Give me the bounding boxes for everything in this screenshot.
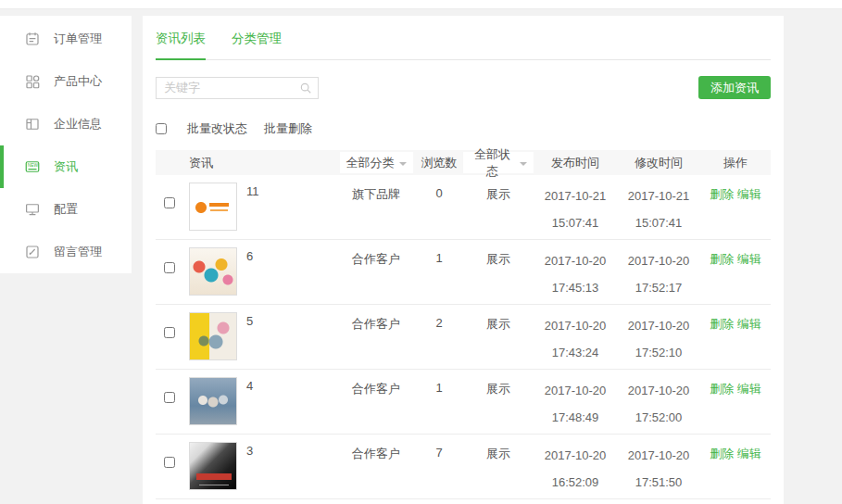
- news-category: 旗下品牌: [337, 183, 415, 203]
- publish-time: 2017-10-2115:07:41: [534, 183, 617, 236]
- chevron-down-icon: [399, 162, 407, 166]
- modify-time: 2017-10-2115:07:41: [617, 183, 700, 236]
- add-news-button[interactable]: 添加资讯: [698, 76, 771, 99]
- publish-time: 2017-10-2017:43:24: [534, 312, 617, 366]
- news-thumbnail: [189, 377, 237, 425]
- news-status: 展示: [463, 247, 534, 268]
- message-icon: [24, 244, 41, 260]
- select-all-checkbox[interactable]: [156, 123, 167, 134]
- news-status: 展示: [463, 183, 534, 203]
- search-icon[interactable]: [299, 82, 312, 94]
- delete-link[interactable]: 删除: [710, 317, 734, 331]
- news-status: 展示: [463, 312, 534, 333]
- main-panel: 资讯列表 分类管理 添加资讯 批量改状态 批量删除 资讯 全部分类: [143, 16, 784, 504]
- publish-time: 2017-10-2016:52:09: [534, 442, 617, 496]
- edit-link[interactable]: 编辑: [737, 382, 761, 396]
- news-title: 11: [246, 184, 259, 198]
- header-views: 浏览数: [415, 155, 463, 171]
- config-icon: [24, 201, 41, 218]
- sidebar-item-enterprise-info[interactable]: 企业信息: [0, 103, 132, 145]
- category-filter-dropdown[interactable]: 全部分类: [340, 152, 413, 173]
- sidebar-item-product-center[interactable]: 产品中心: [0, 60, 132, 103]
- news-table: 资讯 全部分类 浏览数 全部状态 发布时间 修改时间 操作: [156, 150, 771, 499]
- header-action: 操作: [700, 155, 771, 171]
- news-title: 4: [246, 379, 253, 393]
- toolbar: 添加资讯: [156, 76, 771, 99]
- news-views: 0: [415, 183, 463, 200]
- chevron-down-icon: [520, 162, 527, 166]
- sidebar-item-label: 企业信息: [54, 116, 102, 132]
- news-status: 展示: [463, 442, 534, 462]
- edit-link[interactable]: 编辑: [737, 187, 761, 201]
- publish-time: 2017-10-2017:45:13: [534, 247, 617, 301]
- news-views: 1: [415, 377, 463, 395]
- news-category: 合作客户: [337, 442, 415, 462]
- news-title: 5: [246, 314, 253, 328]
- category-filter-label: 全部分类: [346, 155, 395, 171]
- batch-change-status-link[interactable]: 批量改状态: [187, 120, 247, 137]
- delete-link[interactable]: 删除: [710, 382, 734, 396]
- sidebar-item-news[interactable]: NEW 资讯: [0, 145, 132, 188]
- news-views: 7: [415, 442, 463, 460]
- batch-delete-link[interactable]: 批量删除: [264, 120, 312, 137]
- table-row: 11 旗下品牌 0 展示 2017-10-2115:07:41 2017-10-…: [156, 175, 771, 240]
- table-row: 3 合作客户 7 展示 2017-10-2016:52:09 2017-10-2…: [156, 435, 771, 499]
- row-checkbox[interactable]: [164, 392, 175, 403]
- row-checkbox[interactable]: [164, 262, 175, 273]
- table-header: 资讯 全部分类 浏览数 全部状态 发布时间 修改时间 操作: [156, 150, 771, 175]
- modify-time: 2017-10-2017:52:17: [617, 247, 700, 301]
- delete-link[interactable]: 删除: [710, 447, 734, 460]
- news-thumbnail: [189, 183, 237, 231]
- table-row: 4 合作客户 1 展示 2017-10-2017:48:49 2017-10-2…: [156, 370, 771, 435]
- row-checkbox[interactable]: [164, 457, 175, 468]
- edit-link[interactable]: 编辑: [737, 317, 761, 331]
- modify-time: 2017-10-2017:51:50: [617, 442, 700, 496]
- sidebar: 订单管理 产品中心 企业信息 NEW 资讯 配置: [0, 16, 132, 273]
- row-checkbox[interactable]: [164, 197, 175, 208]
- batch-actions: 批量改状态 批量删除: [156, 120, 771, 137]
- sidebar-item-message-management[interactable]: 留言管理: [0, 231, 132, 273]
- order-icon: [24, 31, 41, 47]
- news-category: 合作客户: [337, 312, 415, 333]
- news-category: 合作客户: [337, 377, 415, 397]
- news-thumbnail: [189, 442, 237, 490]
- delete-link[interactable]: 删除: [710, 187, 734, 201]
- svg-text:NEW: NEW: [28, 163, 39, 168]
- sidebar-item-label: 产品中心: [54, 73, 102, 90]
- search-box: [156, 77, 319, 99]
- modify-time: 2017-10-2017:52:10: [617, 312, 700, 366]
- row-checkbox[interactable]: [164, 327, 175, 338]
- sidebar-item-configuration[interactable]: 配置: [0, 188, 132, 231]
- news-thumbnail: [189, 312, 237, 360]
- news-thumbnail: [189, 247, 237, 296]
- enterprise-icon: [24, 116, 41, 132]
- news-icon: NEW: [24, 158, 41, 175]
- tab-bar: 资讯列表 分类管理: [156, 31, 771, 60]
- news-category: 合作客户: [337, 247, 415, 268]
- news-views: 2: [415, 312, 463, 330]
- page-layout: 订单管理 产品中心 企业信息 NEW 资讯 配置: [0, 9, 842, 504]
- edit-link[interactable]: 编辑: [737, 252, 761, 266]
- sidebar-item-label: 留言管理: [54, 244, 102, 260]
- news-views: 1: [415, 247, 463, 265]
- sidebar-item-order-management[interactable]: 订单管理: [0, 18, 132, 60]
- news-status: 展示: [463, 377, 534, 397]
- publish-time: 2017-10-2017:48:49: [534, 377, 617, 431]
- edit-link[interactable]: 编辑: [737, 447, 761, 460]
- tab-category-management[interactable]: 分类管理: [232, 31, 282, 60]
- search-input[interactable]: [156, 77, 319, 99]
- header-modify-time: 修改时间: [617, 155, 700, 171]
- modify-time: 2017-10-2017:52:00: [617, 377, 700, 431]
- table-row: 5 合作客户 2 展示 2017-10-2017:43:24 2017-10-2…: [156, 305, 771, 370]
- news-title: 3: [246, 444, 253, 458]
- sidebar-item-label: 订单管理: [54, 31, 102, 47]
- product-icon: [24, 73, 41, 90]
- status-filter-dropdown[interactable]: 全部状态: [463, 152, 534, 173]
- header-publish-time: 发布时间: [534, 155, 617, 171]
- table-row: 6 合作客户 1 展示 2017-10-2017:45:13 2017-10-2…: [156, 240, 771, 305]
- sidebar-item-label: 配置: [54, 201, 78, 218]
- tab-news-list[interactable]: 资讯列表: [156, 31, 206, 60]
- status-filter-label: 全部状态: [470, 146, 515, 180]
- top-navbar-edge: [0, 0, 842, 9]
- delete-link[interactable]: 删除: [710, 252, 734, 266]
